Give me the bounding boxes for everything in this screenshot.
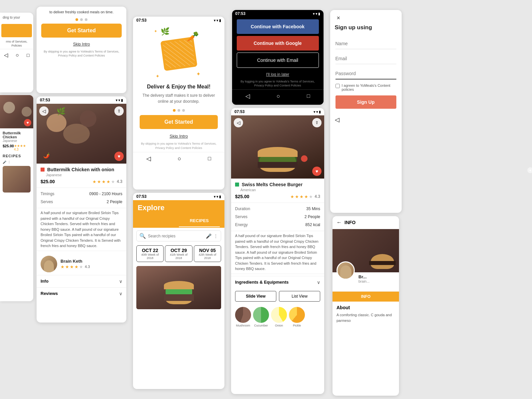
skip-link-3: Skip Intro — [133, 132, 224, 140]
square-icon-5[interactable]: □ — [307, 93, 310, 99]
date-chip-1[interactable]: OCT 22 40th Week of 2018 — [136, 245, 164, 262]
ingredients-accordion[interactable]: Ingredients & Equipments ∨ — [231, 276, 324, 288]
screen-swiss-burger: 07:53 ▾ ▾ ▮ ◁ ⇪ — [231, 108, 324, 394]
name-input[interactable] — [335, 38, 396, 49]
partial-dots-icon[interactable]: ⋮ — [8, 161, 11, 164]
heart-icon-2[interactable]: ♥ — [114, 152, 124, 161]
screen-explore: 07:53 ▾ ▾ ▮ Explore MEALS RECIPES 🔍 — [133, 193, 224, 389]
chef-username: brain... — [358, 279, 396, 283]
chef-screen-title: INFO — [344, 220, 355, 225]
nav-bar-3: ◁ ○ □ — [133, 152, 224, 165]
home-icon-5[interactable]: ○ — [277, 93, 280, 100]
back-icon-3[interactable]: ◁ — [146, 155, 151, 162]
signup-title-container: Sign up using — [330, 24, 402, 34]
reviews-accordion[interactable]: Reviews ∨ — [37, 287, 126, 300]
explore-tabs: MEALS RECIPES — [138, 215, 220, 228]
search-icon-4: 🔍 — [139, 233, 146, 239]
back-icon-7[interactable]: ◁ — [335, 116, 339, 123]
screen-onboarding-illustration: 07:53 ▾ ▾ ▮ 🥕 🌿 ✦ ✦ — [133, 17, 224, 190]
more-icon-4[interactable]: ⋮ — [213, 233, 218, 239]
dot-1 — [75, 18, 78, 21]
date-chip-3[interactable]: NOV 05 42th Week of 2018 — [194, 245, 221, 262]
get-started-container-3: Get Started — [133, 115, 224, 132]
wifi-icon: ▾ — [118, 98, 120, 102]
sparkle-icon: ✦ — [196, 71, 200, 77]
search-bar-4: 🔍 🎤 ⋮ — [136, 230, 221, 241]
skip-intro-link-3[interactable]: Skip Intro — [170, 134, 188, 139]
close-button[interactable]: × — [335, 14, 342, 22]
info-tab-active[interactable]: INFO — [332, 292, 399, 302]
square-icon-3[interactable]: □ — [208, 156, 211, 162]
skip-intro-link[interactable]: Skip Intro — [73, 42, 90, 47]
rating-value-6: 4.3 — [315, 194, 320, 199]
cuisine-2: Japanese — [41, 173, 122, 177]
facebook-button[interactable]: Continue with Facebook — [237, 19, 319, 34]
mic-icon-4[interactable]: 🎤 — [206, 233, 211, 239]
google-button[interactable]: Continue with Google — [237, 36, 319, 51]
food-desc-6: A half pound of our signature Broiled Si… — [231, 233, 324, 272]
status-bar-6: 07:53 ▾ ▾ ▮ — [231, 108, 324, 115]
serves-row: Serves 2 People — [37, 198, 126, 206]
dot-3-1 — [173, 109, 176, 112]
star3: ★ — [102, 179, 106, 184]
search-input-4[interactable] — [148, 234, 204, 238]
heart-icon-6[interactable]: ♥ — [312, 167, 322, 176]
terms-checkbox[interactable] — [335, 84, 340, 88]
email-button[interactable]: Continue with Email — [237, 53, 319, 68]
partial-heart-icon[interactable]: ♥ — [24, 119, 31, 126]
password-input[interactable] — [335, 68, 396, 79]
battery-icon-4: ▮ — [219, 195, 221, 199]
explore-title: Explore — [138, 203, 220, 212]
divider-2b — [37, 208, 126, 208]
tab-recipes[interactable]: RECIPES — [179, 215, 220, 227]
info-accordion[interactable]: Info ∨ — [37, 275, 126, 287]
cuisine-6: American — [235, 188, 320, 192]
partial-btn-yellow[interactable] — [1, 24, 32, 37]
signup-button[interactable]: Sign Up — [335, 95, 396, 109]
wifi-icon-6: ▾ — [316, 110, 318, 114]
star5: ★ — [111, 179, 115, 184]
share-icon-2[interactable]: ⇪ — [114, 106, 124, 116]
list-view-btn[interactable]: List View — [279, 291, 320, 302]
date-chips-4: OCT 22 40th Week of 2018 OCT 29 41th Wee… — [133, 244, 224, 263]
square-icon[interactable]: □ — [27, 53, 29, 58]
status-icons-6: ▾ ▾ ▮ — [314, 110, 321, 114]
chef-screen: ← INFO Br... brain... — [332, 216, 399, 396]
food-flag-6 — [235, 183, 239, 187]
home-icon[interactable]: ○ — [16, 52, 19, 58]
partial-food-image: ♥ — [0, 95, 33, 128]
back-icon[interactable]: ◁ — [4, 52, 8, 58]
login-later-link[interactable]: I'll log in later — [266, 72, 289, 77]
about-text: A comforting classic. C gouda and parmes… — [336, 312, 395, 323]
back-icon-5[interactable]: ◁ — [245, 92, 250, 100]
get-started-button-3[interactable]: Get Started — [140, 115, 218, 129]
star4: ★ — [106, 179, 110, 184]
tab-meals[interactable]: MEALS — [138, 215, 179, 227]
back-arrow-6[interactable]: ◁ — [234, 118, 243, 127]
back-arrow-2[interactable]: ◁ — [39, 106, 49, 116]
signal-icon: ▾ — [116, 98, 117, 102]
share-icon-6[interactable]: ⇪ — [312, 118, 322, 127]
sparkle-icon-3: ✦ — [154, 29, 157, 34]
partial-mic-icon[interactable]: 🎤 — [3, 161, 6, 164]
battery-icon: ▮ — [121, 98, 123, 102]
ingredient-onion: Onion — [271, 307, 287, 327]
cucumber-circle — [253, 307, 269, 323]
home-icon-3[interactable]: ○ — [178, 155, 181, 162]
terms-text: I agreen to YoMeals's Content policies — [342, 83, 396, 91]
food-name-6: Swiss Melts Cheese Burger — [242, 182, 303, 187]
ingredient-cucumber: Cucumber — [253, 307, 269, 327]
get-started-button[interactable]: Get Started — [41, 24, 122, 38]
partial-nav: ◁ ○ □ — [0, 49, 33, 61]
chef-name-area: Br... brain... — [356, 273, 399, 285]
chef-top-bar: ← INFO — [332, 216, 399, 229]
email-input[interactable] — [335, 53, 396, 64]
divider-6a — [231, 202, 324, 203]
back-icon-chef[interactable]: ← — [336, 219, 342, 225]
date-chip-2[interactable]: OCT 29 41th Week of 2018 — [165, 245, 192, 262]
rating-value-2: 4.3 — [117, 179, 122, 184]
slide-view-btn[interactable]: Slide View — [235, 291, 276, 302]
divider-6c — [231, 274, 324, 274]
food-name-2: Buttermilk Chicken with onion — [47, 167, 114, 172]
skip-intro-container: Skip Intro — [37, 40, 126, 48]
